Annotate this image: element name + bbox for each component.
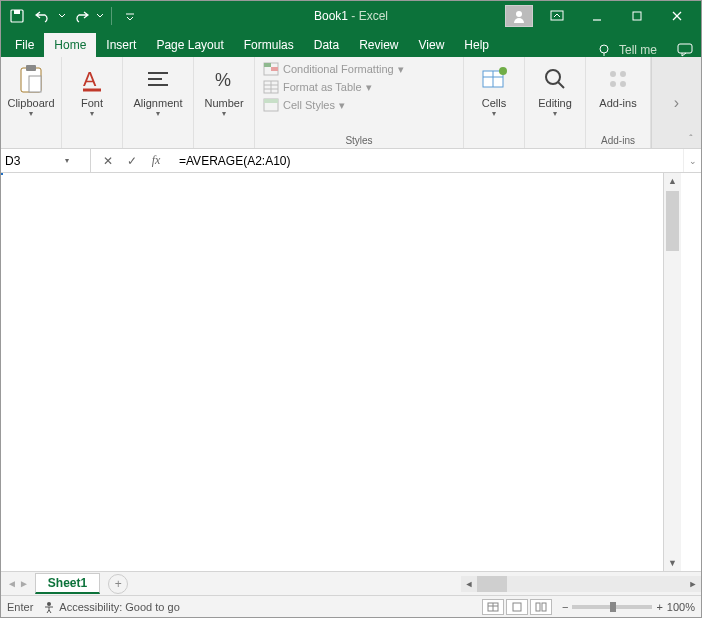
redo-icon[interactable] [69, 4, 93, 28]
svg-rect-44 [536, 603, 540, 611]
svg-point-2 [516, 11, 522, 17]
find-icon [539, 63, 571, 95]
vertical-scrollbar[interactable]: ▲ ▼ [663, 173, 681, 571]
cell-styles-button[interactable]: Cell Styles ▾ [261, 97, 457, 113]
svg-rect-5 [633, 12, 641, 20]
expand-formula-bar-icon[interactable]: ⌄ [683, 149, 701, 172]
chevron-down-icon: ▾ [492, 109, 496, 118]
tab-view[interactable]: View [409, 33, 455, 57]
insert-function-button[interactable]: fx [145, 151, 167, 171]
addins-button[interactable]: Add-ins [592, 61, 644, 111]
ribbon-display-options-icon[interactable] [537, 1, 577, 31]
svg-rect-10 [678, 44, 692, 53]
worksheet-grid[interactable] [1, 173, 663, 571]
horizontal-scrollbar[interactable]: ◄ ► [461, 576, 701, 592]
zoom-slider[interactable] [572, 605, 652, 609]
name-box-dropdown-icon[interactable]: ▾ [65, 156, 69, 165]
sheet-nav-next-icon[interactable]: ► [19, 578, 29, 589]
editing-button[interactable]: Editing ▾ [531, 61, 579, 120]
page-break-view-button[interactable] [530, 599, 552, 615]
undo-icon[interactable] [31, 4, 55, 28]
font-button[interactable]: A Font ▾ [68, 61, 116, 120]
alignment-button[interactable]: Alignment ▾ [129, 61, 187, 120]
redo-dropdown-icon[interactable] [95, 4, 105, 28]
qat-customize-icon[interactable] [118, 4, 142, 28]
format-as-table-button[interactable]: Format as Table ▾ [261, 79, 457, 95]
page-layout-view-button[interactable] [506, 599, 528, 615]
new-sheet-button[interactable]: + [108, 574, 128, 594]
group-number: % Number ▾ [194, 57, 255, 148]
tellme-lightbulb-icon[interactable] [597, 43, 611, 57]
ribbon: Clipboard ▾ A Font ▾ Alignment ▾ [1, 57, 701, 149]
group-alignment: Alignment ▾ [123, 57, 194, 148]
save-icon[interactable] [5, 4, 29, 28]
cell-styles-icon [263, 98, 279, 112]
undo-dropdown-icon[interactable] [57, 4, 67, 28]
comments-icon[interactable] [677, 43, 693, 57]
svg-point-36 [620, 71, 626, 77]
svg-rect-12 [26, 65, 36, 71]
enter-formula-button[interactable]: ✓ [121, 151, 143, 171]
tab-file[interactable]: File [5, 33, 44, 57]
formula-input[interactable] [173, 149, 683, 172]
name-box-input[interactable] [5, 154, 65, 168]
clipboard-icon [15, 63, 47, 95]
svg-text:A: A [83, 68, 97, 90]
status-bar: Enter Accessibility: Good to go − + 100% [1, 595, 701, 617]
conditional-formatting-button[interactable]: Conditional Formatting ▾ [261, 61, 457, 77]
maximize-button[interactable] [617, 1, 657, 31]
account-avatar[interactable] [505, 5, 533, 27]
collapse-ribbon-icon[interactable]: ˆ [683, 132, 699, 146]
sheet-tab-sheet1[interactable]: Sheet1 [35, 573, 100, 594]
tell-me-input[interactable]: Tell me [619, 43, 657, 57]
vertical-scroll-thumb[interactable] [666, 191, 679, 251]
font-icon: A [76, 63, 108, 95]
tab-home[interactable]: Home [44, 33, 96, 57]
cancel-formula-button[interactable]: ✕ [97, 151, 119, 171]
addins-icon [602, 63, 634, 95]
status-mode: Enter [7, 601, 33, 613]
accessibility-status[interactable]: Accessibility: Good to go [43, 601, 179, 613]
paste-button[interactable]: Clipboard ▾ [7, 61, 55, 120]
scroll-up-icon[interactable]: ▲ [664, 173, 681, 189]
tab-review[interactable]: Review [349, 33, 408, 57]
tab-insert[interactable]: Insert [96, 33, 146, 57]
formula-bar: ▾ ✕ ✓ fx ⌄ [1, 149, 701, 173]
workbook-name: Book1 [314, 9, 348, 23]
tab-data[interactable]: Data [304, 33, 349, 57]
chevron-down-icon: ▾ [156, 109, 160, 118]
sheet-nav: ◄ ► [1, 578, 35, 589]
scroll-left-icon[interactable]: ◄ [461, 579, 477, 589]
cells-icon [478, 63, 510, 95]
zoom-controls: − + 100% [562, 601, 695, 613]
zoom-in-button[interactable]: + [656, 601, 662, 613]
zoom-out-button[interactable]: − [562, 601, 568, 613]
number-button[interactable]: % Number ▾ [200, 61, 248, 120]
svg-point-8 [600, 45, 608, 53]
tab-help[interactable]: Help [454, 33, 499, 57]
scroll-down-icon[interactable]: ▼ [664, 555, 681, 571]
svg-rect-3 [551, 11, 563, 20]
chevron-down-icon: ▾ [90, 109, 94, 118]
scroll-right-icon[interactable]: ► [685, 579, 701, 589]
name-box[interactable]: ▾ [1, 149, 91, 172]
app-name: Excel [359, 9, 388, 23]
group-cells: Cells ▾ [464, 57, 525, 148]
tab-page-layout[interactable]: Page Layout [146, 33, 233, 57]
cells-button[interactable]: Cells ▾ [470, 61, 518, 120]
sheet-nav-prev-icon[interactable]: ◄ [7, 578, 17, 589]
svg-rect-45 [542, 603, 546, 611]
zoom-level: 100% [667, 601, 695, 613]
svg-rect-1 [14, 10, 20, 14]
group-addins: Add-ins Add-ins [586, 57, 651, 148]
chevron-down-icon: ▾ [222, 109, 226, 118]
tab-formulas[interactable]: Formulas [234, 33, 304, 57]
svg-point-39 [47, 602, 51, 606]
normal-view-button[interactable] [482, 599, 504, 615]
worksheet-area: ▲ ▼ [1, 173, 701, 571]
minimize-button[interactable] [577, 1, 617, 31]
close-button[interactable] [657, 1, 697, 31]
horizontal-scroll-thumb[interactable] [477, 576, 507, 592]
chevron-down-icon: ▾ [29, 109, 33, 118]
svg-point-32 [499, 67, 507, 75]
